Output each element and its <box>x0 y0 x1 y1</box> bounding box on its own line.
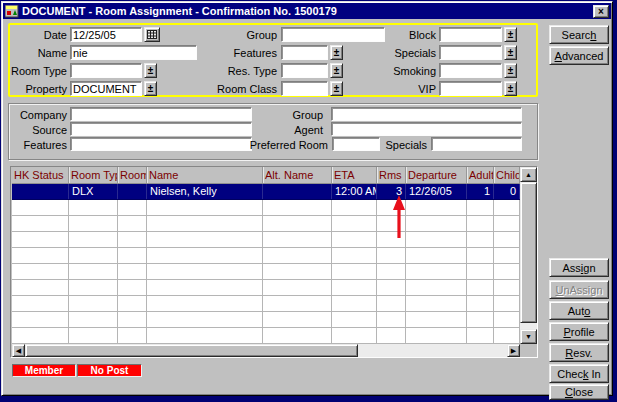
unassign-button[interactable]: UnAssign <box>549 280 609 299</box>
preferred-room-field[interactable] <box>332 137 380 151</box>
table-cell-empty <box>467 312 494 327</box>
arrow-up-icon: ▲ <box>525 171 532 178</box>
table-cell-empty <box>118 328 147 343</box>
table-cell-empty <box>467 216 494 231</box>
table-cell-empty <box>69 264 118 279</box>
advanced-button[interactable]: Advanced <box>549 46 609 65</box>
table-cell-empty <box>12 200 69 215</box>
room-class-lov-button[interactable]: ± <box>330 81 343 96</box>
table-row-empty[interactable] <box>12 232 520 248</box>
table-cell-empty <box>147 280 263 295</box>
profile-button[interactable]: Profile <box>549 322 609 341</box>
table-row-empty[interactable] <box>12 280 520 296</box>
res-type-lov-button[interactable]: ± <box>330 63 343 78</box>
vip-lov-button[interactable]: ± <box>504 81 517 96</box>
table-cell-empty <box>69 328 118 343</box>
calendar-button[interactable] <box>144 27 160 42</box>
table-cell-empty <box>377 248 406 263</box>
assign-button[interactable]: Assign <box>549 258 609 277</box>
table-cell-empty <box>12 216 69 231</box>
smoking-lov-button[interactable]: ± <box>504 63 517 78</box>
cell-adult: 1 <box>467 184 494 199</box>
search-button[interactable]: Search <box>549 25 609 44</box>
lov-icon: ± <box>508 48 514 58</box>
agent-label: Agent <box>270 124 323 137</box>
specials-field[interactable] <box>439 45 502 60</box>
table-row-empty[interactable] <box>12 200 520 216</box>
reservation-info-panel: Company Source Features Group Agent Pref… <box>8 103 538 160</box>
table-cell-empty <box>494 328 520 343</box>
agent-field[interactable] <box>331 122 522 136</box>
col-header-alt-name: Alt. Name <box>263 167 332 183</box>
table-cell-empty <box>12 296 69 311</box>
table-cell-empty <box>263 232 332 247</box>
group-field[interactable] <box>281 27 385 42</box>
table-cell-empty <box>467 248 494 263</box>
room-class-field[interactable] <box>281 81 328 96</box>
vertical-scrollbar[interactable]: ▲ ▼ <box>520 167 537 344</box>
table-row-empty[interactable] <box>12 264 520 280</box>
company-field[interactable] <box>70 107 252 121</box>
room-type-label: Room Type <box>10 65 67 78</box>
property-field[interactable]: DOCUMENT <box>70 81 142 96</box>
cell-alt-name <box>263 184 332 199</box>
horizontal-scrollbar-thumb[interactable] <box>25 344 358 357</box>
table-row-empty[interactable] <box>12 248 520 264</box>
source-field[interactable] <box>70 122 252 136</box>
table-row-empty[interactable] <box>12 216 520 232</box>
table-cell-empty <box>147 264 263 279</box>
scroll-right-button[interactable]: ▶ <box>507 344 520 357</box>
resv-button[interactable]: Resv. <box>549 343 609 362</box>
table-cell-empty <box>263 264 332 279</box>
col-header-departure: Departure <box>406 167 467 183</box>
table-body: DLX Nielsen, Kelly 12:00 AM 3 12/26/05 1… <box>12 184 520 344</box>
group-info-field[interactable] <box>331 107 522 121</box>
scroll-down-button[interactable]: ▼ <box>520 329 537 344</box>
property-lov-button[interactable]: ± <box>144 81 157 96</box>
scroll-up-button[interactable]: ▲ <box>520 167 537 182</box>
table-row-selected[interactable]: DLX Nielsen, Kelly 12:00 AM 3 12/26/05 1… <box>12 184 520 200</box>
specials-info-field[interactable] <box>431 137 522 151</box>
horizontal-scrollbar[interactable]: ◀ ▶ <box>12 344 520 357</box>
table-cell-empty <box>377 264 406 279</box>
table-cell-empty <box>118 312 147 327</box>
table-cell-empty <box>332 264 377 279</box>
res-type-field[interactable] <box>281 63 328 78</box>
smoking-field[interactable] <box>439 63 502 78</box>
check-in-button[interactable]: Check In <box>549 364 609 383</box>
table-cell-empty <box>332 216 377 231</box>
lov-icon: ± <box>508 66 514 76</box>
close-window-button[interactable]: Close <box>549 384 609 400</box>
close-button[interactable]: × <box>593 5 609 18</box>
date-field[interactable]: 12/25/05 <box>70 27 142 42</box>
col-header-child: Child <box>494 167 520 183</box>
block-field[interactable] <box>439 27 502 42</box>
table-row-empty[interactable] <box>12 312 520 328</box>
table-cell-empty <box>147 216 263 231</box>
room-type-lov-button[interactable]: ± <box>144 63 157 78</box>
auto-button[interactable]: Auto <box>549 301 609 320</box>
room-type-field[interactable] <box>70 63 142 78</box>
cell-eta: 12:00 AM <box>332 184 377 199</box>
col-header-hk-status: HK Status <box>12 167 69 183</box>
name-field[interactable]: nie <box>70 45 197 60</box>
specials-lov-button[interactable]: ± <box>504 45 517 60</box>
table-cell-empty <box>69 280 118 295</box>
table-row-empty[interactable] <box>12 328 520 344</box>
features-info-field[interactable] <box>70 137 252 151</box>
scroll-left-button[interactable]: ◀ <box>12 344 25 357</box>
vertical-scrollbar-thumb[interactable] <box>520 182 537 323</box>
table-cell-empty <box>467 280 494 295</box>
table-cell-empty <box>263 200 332 215</box>
table-cell-empty <box>332 200 377 215</box>
arrow-left-icon: ◀ <box>16 347 21 354</box>
table-cell-empty <box>263 312 332 327</box>
vip-field[interactable] <box>439 81 502 96</box>
features-field[interactable] <box>281 45 328 60</box>
table-cell-empty <box>118 200 147 215</box>
block-lov-button[interactable]: ± <box>504 27 517 42</box>
table-row-empty[interactable] <box>12 296 520 312</box>
lov-icon: ± <box>334 48 340 58</box>
features-lov-button[interactable]: ± <box>330 45 343 60</box>
table-cell-empty <box>147 200 263 215</box>
